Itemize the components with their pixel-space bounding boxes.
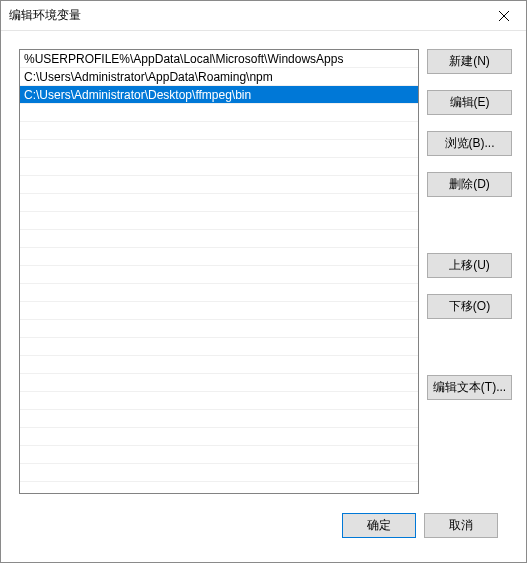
dialog-window: 编辑环境变量 %USERPROFILE%\AppData\Local\Micro… — [0, 0, 527, 563]
list-item[interactable] — [20, 176, 418, 194]
new-button[interactable]: 新建(N) — [427, 49, 512, 74]
list-item[interactable] — [20, 356, 418, 374]
list-item[interactable]: %USERPROFILE%\AppData\Local\Microsoft\Wi… — [20, 50, 418, 68]
list-item[interactable]: C:\Users\Administrator\Desktop\ffmpeg\bi… — [20, 86, 418, 104]
browse-button[interactable]: 浏览(B)... — [427, 131, 512, 156]
list-item[interactable] — [20, 320, 418, 338]
close-button[interactable] — [481, 1, 526, 31]
list-item[interactable] — [20, 284, 418, 302]
list-item[interactable] — [20, 104, 418, 122]
list-item[interactable] — [20, 374, 418, 392]
list-item[interactable] — [20, 410, 418, 428]
move-up-button[interactable]: 上移(U) — [427, 253, 512, 278]
path-listbox[interactable]: %USERPROFILE%\AppData\Local\Microsoft\Wi… — [19, 49, 419, 494]
edit-text-button[interactable]: 编辑文本(T)... — [427, 375, 512, 400]
ok-button[interactable]: 确定 — [342, 513, 416, 538]
close-icon — [499, 11, 509, 21]
list-item[interactable] — [20, 392, 418, 410]
list-item[interactable] — [20, 266, 418, 284]
cancel-button[interactable]: 取消 — [424, 513, 498, 538]
delete-button[interactable]: 删除(D) — [427, 172, 512, 197]
list-item[interactable] — [20, 302, 418, 320]
list-item[interactable] — [20, 428, 418, 446]
list-item[interactable] — [20, 212, 418, 230]
main-row: %USERPROFILE%\AppData\Local\Microsoft\Wi… — [19, 49, 512, 507]
list-item[interactable] — [20, 140, 418, 158]
list-item[interactable] — [20, 194, 418, 212]
list-item[interactable] — [20, 158, 418, 176]
side-buttons: 新建(N) 编辑(E) 浏览(B)... 删除(D) 上移(U) 下移(O) 编… — [427, 49, 512, 507]
window-title: 编辑环境变量 — [9, 7, 81, 24]
list-item[interactable] — [20, 338, 418, 356]
move-down-button[interactable]: 下移(O) — [427, 294, 512, 319]
list-item[interactable] — [20, 446, 418, 464]
list-item[interactable] — [20, 464, 418, 482]
list-item[interactable]: C:\Users\Administrator\AppData\Roaming\n… — [20, 68, 418, 86]
edit-button[interactable]: 编辑(E) — [427, 90, 512, 115]
list-item[interactable] — [20, 230, 418, 248]
content-area: %USERPROFILE%\AppData\Local\Microsoft\Wi… — [1, 31, 526, 562]
list-item[interactable] — [20, 122, 418, 140]
list-item[interactable] — [20, 248, 418, 266]
footer-buttons: 确定 取消 — [19, 507, 512, 552]
titlebar: 编辑环境变量 — [1, 1, 526, 31]
